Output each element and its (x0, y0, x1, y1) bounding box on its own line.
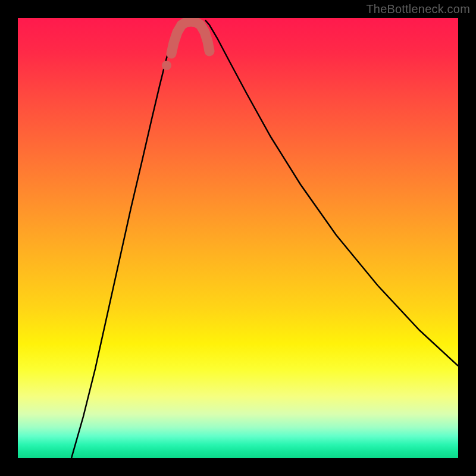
curve-overlay (18, 18, 458, 458)
attribution-watermark: TheBottleneck.com (366, 2, 470, 16)
series-valley-marker (171, 21, 209, 54)
plot-area (18, 18, 458, 458)
chart-frame: TheBottleneck.com (0, 0, 476, 476)
series-right-curve (205, 20, 458, 366)
point-left-dot (162, 61, 171, 70)
series-left-curve (71, 20, 181, 458)
